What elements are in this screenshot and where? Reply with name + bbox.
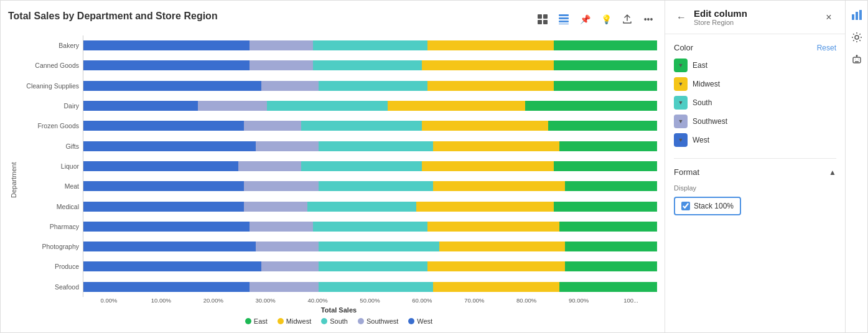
bar-segment-west[interactable] bbox=[83, 261, 261, 271]
stacked-bar bbox=[83, 40, 657, 50]
bar-segment-west[interactable] bbox=[83, 40, 250, 50]
reset-button[interactable]: Reset bbox=[817, 44, 836, 52]
bar-row bbox=[83, 80, 657, 92]
stacked-bar bbox=[83, 81, 657, 91]
chevron-down-icon[interactable]: ▼ bbox=[678, 100, 684, 106]
bar-segment-south[interactable] bbox=[301, 161, 422, 171]
bar-segment-southwest[interactable] bbox=[198, 101, 267, 111]
insight-button[interactable]: 💡 bbox=[597, 11, 615, 28]
chevron-down-icon[interactable]: ▼ bbox=[678, 118, 684, 124]
bar-segment-southwest[interactable] bbox=[250, 40, 312, 50]
bar-segment-east[interactable] bbox=[559, 282, 657, 292]
bar-segment-southwest[interactable] bbox=[256, 141, 319, 151]
bar-segment-west[interactable] bbox=[83, 161, 238, 171]
grid-view-button[interactable] bbox=[555, 11, 572, 28]
bar-segment-midwest[interactable] bbox=[416, 202, 554, 212]
bar-segment-west[interactable] bbox=[83, 282, 250, 292]
bar-segment-south[interactable] bbox=[319, 282, 433, 292]
share-button[interactable] bbox=[618, 11, 636, 28]
pin-button[interactable]: 📌 bbox=[576, 11, 594, 28]
bar-segment-east[interactable] bbox=[554, 202, 657, 212]
bar-segment-midwest[interactable] bbox=[422, 60, 554, 70]
bar-segment-midwest[interactable] bbox=[427, 222, 559, 232]
bar-segment-south[interactable] bbox=[313, 60, 422, 70]
bar-segment-midwest[interactable] bbox=[422, 121, 548, 131]
bar-segment-midwest[interactable] bbox=[433, 141, 559, 151]
bar-segment-east[interactable] bbox=[554, 81, 657, 91]
bar-segment-south[interactable] bbox=[319, 261, 427, 271]
bar-segment-east[interactable] bbox=[554, 60, 657, 70]
bar-segment-east[interactable] bbox=[559, 141, 657, 151]
bar-segment-east[interactable] bbox=[565, 261, 657, 271]
bar-segment-midwest[interactable] bbox=[439, 242, 566, 251]
color-swatch[interactable]: ▼ bbox=[674, 59, 688, 72]
bar-segment-south[interactable] bbox=[319, 242, 439, 251]
settings-icon-button[interactable] bbox=[847, 28, 866, 47]
bar-segment-midwest[interactable] bbox=[388, 101, 525, 111]
chevron-down-icon[interactable]: ▼ bbox=[678, 81, 684, 87]
table-view-button[interactable] bbox=[534, 11, 551, 28]
bar-segment-south[interactable] bbox=[313, 222, 427, 232]
color-swatch[interactable]: ▼ bbox=[674, 77, 688, 91]
bar-segment-southwest[interactable] bbox=[256, 242, 319, 251]
bar-segment-southwest[interactable] bbox=[244, 202, 307, 212]
bar-segment-midwest[interactable] bbox=[433, 282, 559, 292]
close-button[interactable]: × bbox=[821, 10, 836, 25]
bar-segment-east[interactable] bbox=[565, 242, 657, 251]
bar-segment-midwest[interactable] bbox=[427, 81, 554, 91]
y-label: Meat bbox=[21, 179, 83, 194]
bar-segment-west[interactable] bbox=[83, 121, 244, 131]
stack-100-input[interactable] bbox=[681, 202, 690, 210]
bar-row bbox=[83, 220, 657, 233]
bar-segment-southwest[interactable] bbox=[250, 60, 312, 70]
bar-segment-west[interactable] bbox=[83, 222, 250, 232]
bar-segment-east[interactable] bbox=[565, 181, 657, 191]
more-button[interactable]: ••• bbox=[640, 11, 657, 28]
bar-segment-east[interactable] bbox=[548, 121, 657, 131]
bar-segment-south[interactable] bbox=[319, 141, 433, 151]
bar-segment-midwest[interactable] bbox=[427, 261, 565, 271]
bar-segment-southwest[interactable] bbox=[244, 121, 301, 131]
bar-segment-south[interactable] bbox=[267, 101, 388, 111]
bar-segment-west[interactable] bbox=[83, 202, 244, 212]
stacked-bar bbox=[83, 261, 657, 271]
bar-segment-southwest[interactable] bbox=[250, 222, 312, 232]
color-swatch[interactable]: ▼ bbox=[674, 115, 688, 128]
bar-segment-south[interactable] bbox=[319, 81, 427, 91]
chevron-down-icon[interactable]: ▼ bbox=[678, 137, 684, 143]
chevron-down-icon[interactable]: ▼ bbox=[678, 62, 684, 68]
bar-segment-midwest[interactable] bbox=[422, 161, 554, 171]
bar-segment-southwest[interactable] bbox=[250, 282, 319, 292]
bar-segment-south[interactable] bbox=[319, 181, 433, 191]
bar-segment-east[interactable] bbox=[559, 222, 657, 232]
bar-segment-south[interactable] bbox=[313, 40, 427, 50]
bar-segment-west[interactable] bbox=[83, 60, 250, 70]
stacked-bar bbox=[83, 101, 657, 111]
bar-segment-southwest[interactable] bbox=[238, 161, 301, 171]
bar-segment-southwest[interactable] bbox=[244, 181, 319, 191]
bar-segment-south[interactable] bbox=[307, 202, 416, 212]
bar-segment-west[interactable] bbox=[83, 242, 256, 251]
stack-100-checkbox[interactable]: Stack 100% bbox=[674, 197, 741, 215]
bar-segment-east[interactable] bbox=[554, 161, 657, 171]
format-section: Format ▲ Display Stack 100% bbox=[674, 158, 836, 215]
bar-segment-midwest[interactable] bbox=[427, 40, 554, 50]
bar-segment-south[interactable] bbox=[301, 121, 422, 131]
bar-segment-west[interactable] bbox=[83, 101, 198, 111]
legend-label: South bbox=[330, 317, 348, 325]
bar-segment-west[interactable] bbox=[83, 141, 256, 151]
color-swatch[interactable]: ▼ bbox=[674, 133, 688, 147]
format-header[interactable]: Format ▲ bbox=[674, 167, 836, 177]
chart-icon-button[interactable] bbox=[847, 6, 866, 24]
bar-segment-east[interactable] bbox=[525, 101, 657, 111]
robot-icon-button[interactable] bbox=[847, 50, 866, 69]
y-axis-label: Department bbox=[8, 35, 19, 325]
back-button[interactable]: ← bbox=[674, 10, 689, 25]
bar-segment-east[interactable] bbox=[554, 40, 657, 50]
bar-segment-southwest[interactable] bbox=[261, 81, 319, 91]
bar-segment-southwest[interactable] bbox=[261, 261, 319, 271]
bar-segment-west[interactable] bbox=[83, 81, 261, 91]
bar-segment-midwest[interactable] bbox=[433, 181, 565, 191]
bar-segment-west[interactable] bbox=[83, 181, 244, 191]
color-swatch[interactable]: ▼ bbox=[674, 96, 688, 110]
